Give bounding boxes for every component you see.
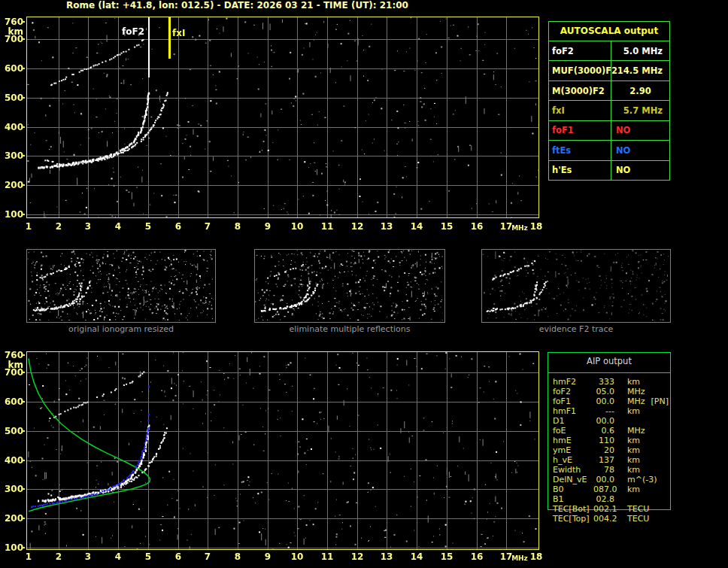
autoscala-row-fof2: foF25.0 MHz xyxy=(549,41,669,61)
panel-evidence-f2-trace-canvas xyxy=(482,250,669,320)
aip-row-value: 05.0 xyxy=(593,387,614,396)
aip-row-label: Ewidth xyxy=(553,465,593,475)
x-axis-tick-label: 1 xyxy=(19,551,38,562)
aip-row-unit: km xyxy=(627,455,640,465)
aip-row-h-ve: h_vE137km xyxy=(548,455,670,465)
aip-row-tec-top-: TEC[Top]004.2TECU xyxy=(548,514,670,524)
aip-row-hme: hmE110km xyxy=(548,436,670,445)
aip-row-label: foF2 xyxy=(553,387,593,396)
aip-row-unit: km xyxy=(627,465,640,475)
y-axis-tick-label: 600 xyxy=(0,63,23,74)
y-axis-tick xyxy=(22,155,25,156)
y-axis-tick xyxy=(22,460,25,461)
x-axis-tick-label: 7 xyxy=(198,221,217,232)
aip-row-label: ymE xyxy=(553,445,593,455)
x-axis-tick-label: 3 xyxy=(78,221,98,232)
aip-row-label: B1 xyxy=(553,494,593,504)
x-axis-unit-label: MHz xyxy=(511,224,528,232)
aip-row-unit: MHz xyxy=(627,387,645,396)
x-axis-tick-label: 2 xyxy=(49,551,68,562)
y-axis-tick xyxy=(22,97,25,99)
x-axis-tick-label: 8 xyxy=(228,551,247,562)
aip-row-value: 02.8 xyxy=(593,494,614,504)
aip-row-unit: TECU xyxy=(627,504,649,514)
x-axis-tick-label: 8 xyxy=(228,221,247,232)
aip-row-value: 00.0 xyxy=(593,475,614,484)
aip-row-value: 78 xyxy=(593,465,614,475)
autoscala-row-label: foF2 xyxy=(549,41,611,60)
x-axis-tick-label: 13 xyxy=(377,221,396,232)
x-axis-tick-label: 7 xyxy=(198,551,217,562)
y-axis-tick xyxy=(22,547,25,548)
aip-row-label: TEC[Bot] xyxy=(553,504,593,514)
aip-row-label: hmF1 xyxy=(553,406,593,416)
autoscala-row-label: fxI xyxy=(549,101,611,120)
x-axis-tick-label: 5 xyxy=(138,221,158,232)
autoscala-table-rows: foF25.0 MHzMUF(3000)F214.5 MHzM(3000)F22… xyxy=(549,41,669,180)
aip-row-value: 00.0 xyxy=(593,396,614,406)
autoscala-table-header: AUTOSCALA output xyxy=(549,22,669,41)
x-axis-tick-label: 6 xyxy=(168,221,188,232)
aip-output-table: AIP output hmF2333kmfoF205.0MHzfoF100.0M… xyxy=(548,352,671,510)
y-axis-tick-label: 400 xyxy=(0,122,23,132)
aip-row-value: 137 xyxy=(593,455,614,465)
x-axis-tick-label: 2 xyxy=(49,221,68,232)
autoscala-row-h-es: h'EsNO xyxy=(549,161,669,180)
aip-row-unit: km xyxy=(627,377,640,387)
aip-row-d1: D100.0 xyxy=(548,416,670,426)
autoscala-output-table: AUTOSCALA output foF25.0 MHzMUF(3000)F21… xyxy=(548,21,670,181)
y-axis-tick xyxy=(22,68,25,69)
autoscala-window: Rome (lat: +41.8, lon: 012.5) - DATE: 20… xyxy=(0,0,728,568)
x-axis-tick-label: 15 xyxy=(437,551,457,562)
y-axis-tick xyxy=(22,214,25,215)
y-axis-tick-label: 100 xyxy=(0,209,23,220)
autoscala-row-fof1: foF1NO xyxy=(549,121,669,141)
autoscala-row-m-3000-f2: M(3000)F22.90 xyxy=(549,81,669,101)
x-axis-tick-label: 11 xyxy=(317,551,337,562)
autoscala-row-value: 5.0 MHz xyxy=(611,41,669,60)
panel-evidence-f2-trace xyxy=(481,249,671,323)
y-axis-tick-label: 200 xyxy=(0,513,23,524)
x-axis-tick-label: 5 xyxy=(138,551,158,562)
y-axis-tick-label: 400 xyxy=(0,455,23,466)
panel-eliminate-reflections xyxy=(254,249,445,323)
x-axis-tick-label: 17 xyxy=(496,221,516,232)
y-axis-tick-label: 700 xyxy=(0,34,23,44)
y-axis-tick-label: 300 xyxy=(0,150,23,161)
x-axis-tick-label: 18 xyxy=(526,221,546,232)
aip-row-label: DelN_vE xyxy=(553,475,593,484)
bottom-ionogram-plot xyxy=(26,351,539,550)
aip-row-hmf1: hmF1---km xyxy=(548,406,670,416)
aip-row-ewidth: Ewidth78km xyxy=(548,465,670,475)
aip-row-label: B0 xyxy=(553,484,593,494)
x-axis-tick-label: 16 xyxy=(467,551,487,562)
autoscala-row-value: 14.5 MHz xyxy=(611,61,669,80)
x-axis-tick-label: 14 xyxy=(407,551,426,562)
aip-row-value: 110 xyxy=(593,436,614,445)
aip-row-label: hmE xyxy=(553,436,593,445)
y-axis-tick-label: 500 xyxy=(0,426,23,436)
aip-row-hmf2: hmF2333km xyxy=(548,377,670,387)
autoscala-row-label: h'Es xyxy=(549,161,611,180)
autoscala-row-value: NO xyxy=(611,141,669,159)
aip-table-rows: hmF2333kmfoF205.0MHzfoF100.0MHz[PN]hmF1-… xyxy=(548,377,670,524)
y-axis-unit-label: km xyxy=(0,26,23,37)
y-axis-tick-label: 300 xyxy=(0,484,23,494)
panel-caption-evidence: evidence F2 trace xyxy=(481,324,671,335)
y-axis-unit-label: km xyxy=(0,360,23,370)
y-axis-tick xyxy=(22,126,25,128)
aip-row-fof2: foF205.0MHz xyxy=(548,387,670,396)
aip-row-b1: B102.8 xyxy=(548,494,670,504)
x-axis-tick-label: 14 xyxy=(407,221,426,232)
y-axis-tick xyxy=(22,184,25,186)
x-axis-tick-label: 4 xyxy=(108,221,128,232)
autoscala-row-fxi: fxI5.7 MHz xyxy=(549,101,669,120)
aip-row-value: --- xyxy=(593,406,614,416)
y-axis-tick-label: 200 xyxy=(0,180,23,190)
aip-header-separator xyxy=(548,372,670,373)
y-axis-tick xyxy=(22,372,25,373)
aip-row-unit: m^(-3) xyxy=(627,475,657,484)
y-axis-tick xyxy=(22,21,25,23)
foF2-marker-label: foF2 xyxy=(122,26,144,37)
x-axis-tick-label: 16 xyxy=(467,221,487,232)
